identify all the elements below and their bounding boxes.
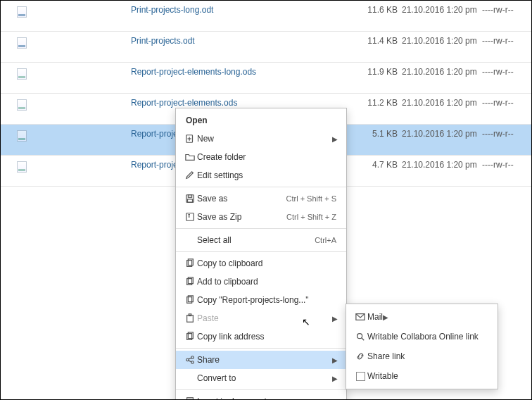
menu-item-label: Share (197, 355, 332, 365)
plus-icon (183, 134, 197, 144)
file-link[interactable]: Report-project-elements-long.ods (131, 67, 256, 77)
menu-item-label: Convert to (197, 373, 332, 383)
file-perm-cell: ----rw-r-- (479, 36, 531, 46)
file-date-cell: 21.10.2016 1:20 pm (398, 98, 479, 109)
menu-separator (176, 251, 346, 252)
file-size-cell: 4.7 KB (355, 160, 398, 170)
menu-separator (176, 228, 346, 229)
link-icon (353, 351, 367, 361)
menu-separator (176, 348, 346, 349)
menu-item-edit-settings[interactable]: Edit settings (176, 166, 346, 185)
svg-line-20 (189, 358, 191, 359)
file-row[interactable]: Report-project-elements-long.ods11.9 KB2… (1, 63, 531, 94)
submenu-item-label: Mail (367, 312, 383, 322)
file-perm-cell: ----rw-r-- (479, 129, 531, 139)
menu-item-label: Select all (197, 235, 315, 245)
menu-item-select-all[interactable]: Select allCtrl+A (176, 231, 346, 249)
file-name-cell: Report-project-elements-long.ods (43, 67, 355, 77)
file-size-cell: 11.9 KB (355, 67, 398, 77)
submenu-item-label: Writable Collabora Online link (367, 332, 479, 342)
menu-item-add-to-clipboard[interactable]: Add to clipboard (176, 273, 346, 291)
menu-item-label: New (197, 134, 332, 144)
menu-item-label: Copy link address (197, 332, 339, 342)
copy-icon (183, 295, 197, 305)
file-date-cell: 21.10.2016 1:20 pm (398, 67, 479, 78)
checkbox-icon (353, 372, 367, 381)
submenu-arrow-icon: ▶ (332, 375, 339, 382)
file-date-cell: 21.10.2016 1:20 pm (398, 160, 479, 171)
file-size-cell: 5.1 KB (355, 129, 398, 139)
svg-rect-5 (188, 199, 193, 202)
file-type-icon (1, 36, 43, 51)
menu-shortcut: Ctrl+A (315, 236, 339, 244)
file-size-cell: 11.4 KB (355, 36, 398, 46)
copy-icon (183, 258, 197, 268)
context-menu: OpenNew▶Create folderEdit settingsSave a… (175, 108, 347, 400)
menu-item-paste: Paste▶ (176, 309, 346, 327)
disk-icon (183, 194, 197, 204)
menu-item-copy-to-clipboard[interactable]: Copy to clipboard (176, 254, 346, 273)
menu-item-label: Edit settings (197, 170, 339, 180)
file-row[interactable]: Print-projects.odt11.4 KB21.10.2016 1:20… (1, 32, 531, 63)
share-submenu: Mail▶Writable Collabora Online linkShare… (346, 304, 498, 389)
submenu-item-share-link[interactable]: Share link (346, 346, 498, 366)
submenu-arrow-icon: ▶ (332, 356, 339, 364)
file-row[interactable]: Print-projects-long.odt11.6 KB21.10.2016… (1, 1, 531, 32)
menu-item-label: Insert in document (197, 396, 332, 400)
file-name-cell: Report-project-elements.ods (43, 98, 355, 108)
file-name-cell: Print-projects-long.odt (43, 5, 355, 15)
file-type-icon (1, 129, 43, 144)
svg-point-19 (191, 361, 194, 364)
menu-item-copy-link-address[interactable]: Copy link address (176, 327, 346, 346)
svg-point-18 (191, 356, 194, 359)
submenu-arrow-icon: ▶ (332, 398, 339, 401)
insert-icon (183, 396, 197, 400)
file-link[interactable]: Print-projects-long.odt (131, 5, 213, 15)
svg-rect-4 (188, 195, 191, 198)
menu-item-create-folder[interactable]: Create folder (176, 148, 346, 166)
file-type-icon (1, 98, 43, 113)
menu-item-new[interactable]: New▶ (176, 130, 346, 148)
file-date-cell: 21.10.2016 1:20 pm (398, 5, 479, 16)
menu-separator (176, 187, 346, 187)
submenu-item-label: Writable (367, 371, 398, 381)
menu-item-save-as[interactable]: Save asCtrl + Shift + S (176, 189, 346, 208)
menu-item-label: Create folder (197, 152, 339, 162)
file-date-cell: 21.10.2016 1:20 pm (398, 129, 479, 140)
file-type-icon (1, 160, 43, 175)
submenu-arrow-icon: ▶ (383, 313, 388, 321)
menu-header: Open (176, 111, 346, 130)
menu-item-label: Save as (197, 194, 286, 204)
file-link[interactable]: Report-project-elements.ods (131, 98, 237, 108)
submenu-item-writable[interactable]: Writable (346, 366, 498, 386)
menu-item-convert-to[interactable]: Convert to▶ (176, 369, 346, 387)
file-type-icon (1, 67, 43, 82)
file-perm-cell: ----rw-r-- (479, 5, 531, 15)
file-perm-cell: ----rw-r-- (479, 67, 531, 77)
menu-item-label: Add to clipboard (197, 277, 339, 287)
file-name-cell: Print-projects.odt (43, 36, 355, 46)
menu-item-label: Save as Zip (197, 212, 286, 222)
menu-item-label: Paste (197, 313, 332, 323)
svg-line-30 (362, 338, 365, 341)
file-perm-cell: ----rw-r-- (479, 98, 531, 108)
menu-item-copy-report-projects-long[interactable]: Copy "Report-projects-long..." (176, 291, 346, 309)
file-perm-cell: ----rw-r-- (479, 160, 531, 170)
paste-icon (183, 313, 197, 323)
submenu-item-writable-collabora-online-link[interactable]: Writable Collabora Online link (346, 327, 498, 346)
mail-icon (353, 312, 367, 322)
file-size-cell: 11.6 KB (355, 5, 398, 15)
menu-separator (176, 389, 346, 390)
submenu-arrow-icon: ▶ (332, 135, 339, 143)
menu-item-insert-in-document[interactable]: Insert in document▶ (176, 392, 346, 400)
screenshot-frame: Print-projects-long.odt11.6 KB21.10.2016… (0, 0, 532, 400)
menu-item-save-as-zip[interactable]: Save as ZipCtrl + Shift + Z (176, 208, 346, 226)
menu-item-share[interactable]: Share▶ (176, 351, 346, 369)
share-icon (183, 355, 197, 365)
folder-icon (183, 152, 197, 162)
menu-item-label: Copy to clipboard (197, 258, 339, 268)
submenu-item-mail[interactable]: Mail▶ (346, 307, 498, 327)
file-date-cell: 21.10.2016 1:20 pm (398, 36, 479, 47)
file-link[interactable]: Print-projects.odt (131, 36, 195, 46)
menu-item-label: Copy "Report-projects-long..." (197, 295, 339, 305)
